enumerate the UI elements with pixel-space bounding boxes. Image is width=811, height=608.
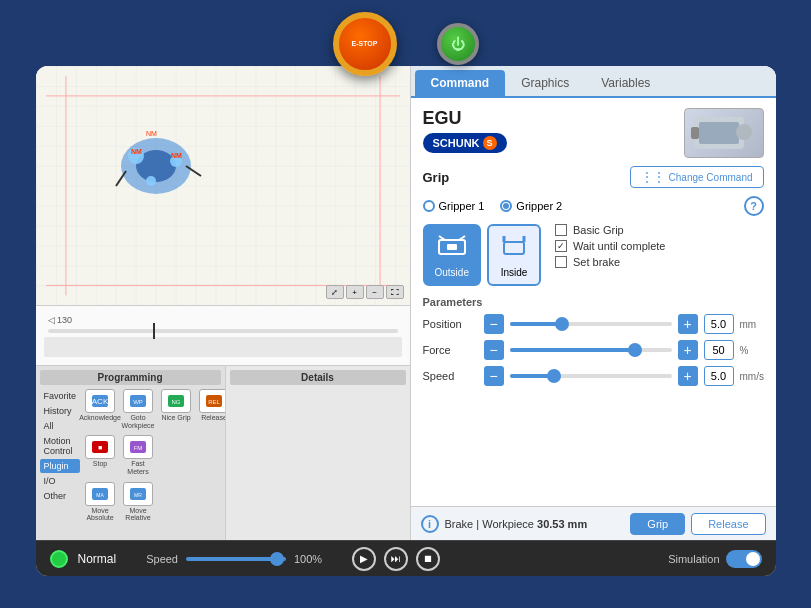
svg-text:NM: NM [146,130,157,137]
main-screen: NM NM NM ⤢ + − ⛶ ◁ 130 [36,66,776,576]
status-indicator [50,550,68,568]
tab-variables[interactable]: Variables [585,70,666,96]
fastmeters-icon: FM [123,435,153,459]
prog-item-fastmeters[interactable]: FM Fast Meters [120,435,156,475]
sidebar-item-favorite[interactable]: Favorite [40,389,81,403]
prog-label-fastmeters: Fast Meters [120,460,156,475]
position-fill [510,322,559,326]
outside-grip-button[interactable]: Outside [423,224,481,286]
sidebar-item-all[interactable]: All [40,419,81,433]
gripper-row: Gripper 1 Gripper 2 ? [423,196,764,216]
force-slider[interactable] [510,340,672,360]
prog-item-moveabs[interactable]: MA Move Absolute [82,482,118,522]
speed-percentage: 100% [294,553,322,565]
force-plus-button[interactable]: + [678,340,698,360]
position-minus-button[interactable]: − [484,314,504,334]
play-button[interactable]: ▶ [352,547,376,571]
simulation-toggle[interactable] [726,550,762,568]
stop-playback-button[interactable]: ⏹ [416,547,440,571]
force-thumb[interactable] [628,343,642,357]
gripper2-option[interactable]: Gripper 2 [500,200,562,212]
programming-row-3: MA Move Absolute MR Move Relative [82,482,225,522]
speed-slider-bar[interactable] [186,557,286,561]
release-button[interactable]: Release [691,513,765,535]
viewport-zoom-fit[interactable]: ⤢ [326,285,344,299]
speed-plus-button[interactable]: + [678,366,698,386]
status-info-text: Brake | Workpiece 30.53 mm [445,518,588,530]
force-minus-button[interactable]: − [484,340,504,360]
goto-icon: WP [123,389,153,413]
grip-section-title: Grip [423,170,450,185]
help-icon[interactable]: ? [744,196,764,216]
sidebar-item-plugin[interactable]: Plugin [40,459,81,473]
basic-grip-label: Basic Grip [573,224,624,236]
set-brake-row[interactable]: Set brake [555,256,666,268]
right-content: EGU SCHUNK S [411,98,776,506]
speed-minus-button[interactable]: − [484,366,504,386]
checkboxes: Basic Grip Wait until complete Set brake [555,224,666,268]
schunk-s-icon: S [483,136,497,150]
prog-item-stop[interactable]: ■ Stop [82,435,118,475]
speed-slider-thumb[interactable] [270,552,284,566]
svg-text:NM: NM [131,148,142,155]
svg-text:WP: WP [133,399,143,405]
tab-graphics[interactable]: Graphics [505,70,585,96]
wait-complete-checkbox[interactable] [555,240,567,252]
set-brake-label: Set brake [573,256,620,268]
screen-inner: NM NM NM ⤢ + − ⛶ ◁ 130 [36,66,776,540]
moverel-icon: MR [123,482,153,506]
svg-text:NM: NM [171,152,182,159]
bottom-bar: Normal Speed 100% ▶ ⏭ ⏹ Simulation [36,540,776,576]
prog-item-goto[interactable]: WP Goto Workpiece [120,389,156,429]
force-label: Force [423,344,478,356]
speed-section-label: Speed [146,553,178,565]
estop-button[interactable]: E-STOP [333,12,397,76]
simulation-section: Simulation [668,550,761,568]
position-unit: mm [740,319,764,330]
speed-thumb[interactable] [547,369,561,383]
force-row: Force − + 50 % [423,340,764,360]
device-left: EGU SCHUNK S [423,108,507,153]
sidebar-item-motion[interactable]: Motion Control [40,434,81,458]
viewport-zoom-out[interactable]: − [366,285,384,299]
gripper1-radio[interactable] [423,200,435,212]
set-brake-checkbox[interactable] [555,256,567,268]
viewport-controls: ⤢ + − ⛶ [326,285,404,299]
prog-item-release[interactable]: REL Release [196,389,225,429]
status-text: Normal [78,552,117,566]
skip-button[interactable]: ⏭ [384,547,408,571]
position-plus-button[interactable]: + [678,314,698,334]
position-thumb[interactable] [555,317,569,331]
power-button[interactable]: ⏻ [437,23,479,65]
estop-label: E-STOP [352,40,378,48]
gripper2-radio[interactable] [500,200,512,212]
prog-item-nicegrip[interactable]: NG Nice Grip [158,389,194,429]
speed-track [510,374,672,378]
basic-grip-checkbox[interactable] [555,224,567,236]
prog-item-moverel[interactable]: MR Move Relative [120,482,156,522]
sidebar-item-other[interactable]: Other [40,489,81,503]
sidebar-item-history[interactable]: History [40,404,81,418]
force-value: 50 [704,340,734,360]
timeline-track [48,329,398,333]
grip-button[interactable]: Grip [630,513,685,535]
position-label: Position [423,318,478,330]
svg-rect-1 [36,66,410,305]
wait-complete-row[interactable]: Wait until complete [555,240,666,252]
right-panel: Command Graphics Variables EGU SCHUNK S [411,66,776,540]
grip-type-row: Outside Inside [423,224,764,286]
inside-grip-button[interactable]: Inside [487,224,541,286]
viewport-zoom-in[interactable]: + [346,285,364,299]
sidebar-item-io[interactable]: I/O [40,474,81,488]
position-track [510,322,672,326]
change-command-button[interactable]: ⋮⋮ Change Command [630,166,764,188]
basic-grip-row[interactable]: Basic Grip [555,224,666,236]
speed-slider[interactable] [510,366,672,386]
wait-complete-label: Wait until complete [573,240,666,252]
prog-item-acknowledge[interactable]: ACK Acknowledge [82,389,118,429]
gripper1-option[interactable]: Gripper 1 [423,200,485,212]
speed-unit: mm/s [740,371,764,382]
prog-label-release: Release [201,414,225,422]
position-slider[interactable] [510,314,672,334]
viewport-fullscreen[interactable]: ⛶ [386,285,404,299]
